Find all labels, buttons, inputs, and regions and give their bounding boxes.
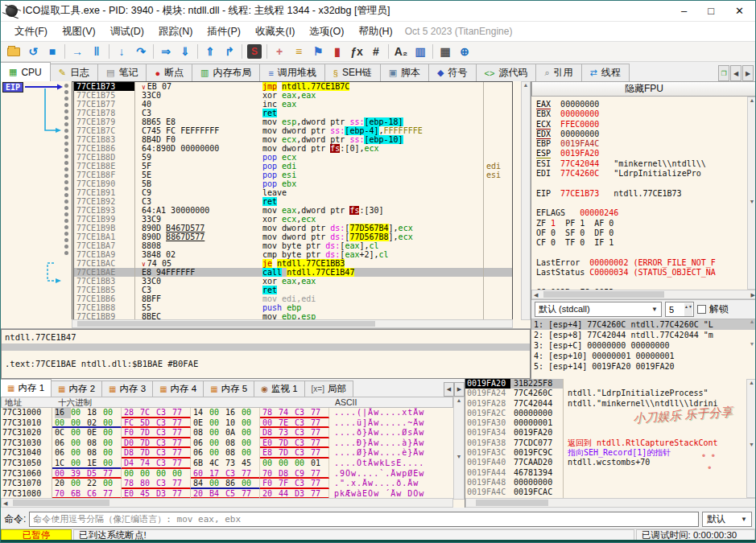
dump-address[interactable]: 77C31040 (1, 448, 52, 459)
stack-address[interactable]: 0019FA44 (465, 468, 510, 478)
disasm-row[interactable]: 77CE1B905Bpop ebx (74, 179, 512, 188)
dump-byte[interactable]: 80 (140, 479, 156, 487)
dump-byte[interactable]: 02 (87, 418, 103, 427)
dump-byte[interactable]: 1E (87, 459, 103, 467)
args-vscrollbar[interactable]: ▲▼ (747, 319, 756, 379)
disasm-address[interactable]: 77CE1B91 (74, 188, 135, 197)
dump-row[interactable]: 77C310200C000E00F07DC37708000A00D873C377… (1, 428, 453, 438)
dump-byte[interactable]: 0E (193, 418, 209, 429)
disasm-address[interactable]: 77CE1BA9 (74, 250, 135, 259)
dump-byte[interactable]: 77 (242, 489, 258, 498)
dump-byte[interactable]: 77 (103, 469, 119, 478)
dump-byte[interactable]: 39 (71, 469, 87, 478)
dump-byte[interactable]: 06 (55, 448, 71, 459)
tab-内存布局[interactable]: ▥内存布局 (192, 64, 260, 81)
dump-address[interactable]: 77C31060 (1, 469, 52, 479)
dump-tab-内存 4[interactable]: ▦内存 4 (152, 381, 204, 397)
hide-fpu-button[interactable]: 隐藏FPU (531, 81, 756, 97)
dump-byte[interactable]: 20 (193, 489, 209, 498)
dump-address[interactable]: 77C31000 (1, 408, 52, 418)
disasm-row[interactable]: 77CE1B7533C0xor eax,eax (74, 91, 512, 100)
dump-byte[interactable]: D5 (87, 469, 103, 478)
run-to-user-code-icon[interactable]: ↱ (220, 43, 239, 60)
stack-address[interactable]: 0019FA48 (465, 478, 510, 487)
functions-icon[interactable]: ƒx (347, 43, 366, 60)
disasm-row[interactable]: 77CE1BB68BFFmov edi,edi (74, 294, 512, 303)
breakpoint-dot[interactable] (64, 116, 68, 120)
dump-byte[interactable]: E0 (262, 438, 279, 447)
disasm-address[interactable]: 77CE1BA7 (74, 241, 135, 250)
dump-byte[interactable]: 00 (242, 428, 258, 438)
disasm-row[interactable]: 77CE1B9933C9xor ecx,ecx (74, 215, 512, 224)
breakpoint-dot[interactable] (64, 142, 68, 146)
disasm-row[interactable]: 77CE1BA1890D B867D577mov dword ptr ds:[7… (74, 232, 512, 241)
register-line[interactable]: ECX FFEC0000 (536, 120, 748, 130)
breakpoint-dot[interactable] (64, 90, 68, 94)
tab-SEH链[interactable]: §SEH链 (324, 64, 381, 81)
menu-item-帮助[interactable]: 帮助(H) (351, 23, 399, 40)
disasm-address[interactable]: 77CE1B79 (74, 117, 135, 126)
breakpoint-dot[interactable] (64, 97, 68, 101)
dump-byte[interactable]: 73 (225, 459, 242, 469)
disasm-vscrollbar[interactable]: ▲ (521, 81, 531, 320)
dump-byte[interactable]: 20 (55, 479, 71, 489)
dump-byte[interactable]: 77 (311, 489, 327, 498)
dump-byte[interactable]: 77 (242, 469, 258, 478)
dump-byte[interactable]: 77 (103, 489, 119, 498)
dump-byte[interactable]: F0 (262, 479, 279, 487)
stack-address[interactable]: 0019FA40 (465, 458, 510, 467)
dump-byte[interactable]: 7F (279, 479, 295, 487)
dump-byte[interactable]: 00 (209, 408, 225, 418)
trace-over-icon[interactable]: ⇓ (176, 43, 195, 60)
disasm-row[interactable]: 77CE1B78C3ret (74, 109, 512, 117)
disasm-row[interactable]: 77CE1B8D59pop ecx (74, 153, 512, 162)
register-line[interactable]: ESI 77C42044 "minkernel\\ntdll\\ (536, 159, 748, 169)
dump-byte[interactable]: 77 (172, 479, 188, 487)
dump-byte[interactable]: 00 (103, 438, 119, 449)
dump-tab-scroll-right[interactable]: ▶ (454, 382, 465, 397)
dump-byte[interactable]: 00 (156, 469, 172, 479)
dump-byte[interactable]: E0 (124, 489, 140, 498)
dump-byte[interactable]: 1C (55, 459, 71, 467)
stack-address[interactable]: 0019FA2C (465, 409, 510, 418)
register-line[interactable] (536, 179, 748, 188)
disasm-row[interactable]: 77CE1B8E5Fpop ediedi (74, 162, 512, 171)
dump-address[interactable]: 77C31070 (1, 479, 52, 489)
dump-byte[interactable]: 77 (311, 408, 327, 417)
stack-vscrollbar[interactable]: ▲▼ (746, 379, 756, 498)
dump-byte[interactable]: 16 (55, 408, 71, 418)
dump-byte[interactable]: 28 (124, 408, 140, 417)
stack-row[interactable]: 0019FA2C00000000 (465, 409, 756, 418)
breakpoint-dot[interactable] (64, 161, 68, 165)
breakpoint-dot[interactable] (64, 225, 68, 229)
stack-address[interactable]: 0019FA20 (465, 379, 510, 389)
menu-item-跟踪[interactable]: 跟踪(N) (151, 23, 200, 40)
dump-row[interactable]: 77C3103006000800D07DC37706000800E07DC377… (1, 438, 453, 449)
stack-address[interactable]: 0019FA28 (465, 399, 510, 409)
dump-byte[interactable]: 00 (55, 469, 71, 478)
seh-chain-icon[interactable]: S (245, 43, 264, 60)
stack-row[interactable]: 0019FA2877C42044ntdll."minkernel\\ntdll\… (465, 399, 756, 409)
dump-byte[interactable]: C3 (295, 418, 311, 427)
disasm-address[interactable]: 77CE1B73 (74, 82, 135, 91)
dump-address[interactable]: 77C31030 (1, 438, 52, 449)
execute-till-return-icon[interactable]: ⇑ (200, 43, 220, 60)
breakpoint-dot[interactable] (64, 212, 68, 216)
breakpoint-dot[interactable] (64, 135, 68, 139)
tab-断点[interactable]: ●断点 (146, 64, 192, 81)
register-line[interactable]: EFLAGS 00000246 (536, 208, 748, 218)
breakpoint-dot[interactable] (64, 232, 68, 236)
disasm-row[interactable]: 77CE1BB333C0xor eax,eax (74, 277, 512, 286)
disasm-row[interactable]: 77CE1B92C3ret (74, 197, 512, 206)
dump-byte[interactable]: 00 (209, 418, 225, 429)
stack-address[interactable]: 0019FA38 (465, 438, 510, 448)
breakpoint-dot[interactable] (64, 174, 68, 178)
dump-byte[interactable]: 00 (103, 448, 119, 459)
dump-byte[interactable]: C5 (225, 489, 242, 498)
breakpoint-dot[interactable] (64, 154, 68, 158)
stack-address[interactable]: 0019FA3C (465, 448, 510, 458)
register-line[interactable]: ESP 0019FA20 (536, 149, 748, 158)
disasm-address[interactable]: 77CE1B8F (74, 171, 135, 179)
dump-byte[interactable]: C9 (295, 469, 311, 478)
dump-byte[interactable]: 77 (311, 448, 327, 457)
